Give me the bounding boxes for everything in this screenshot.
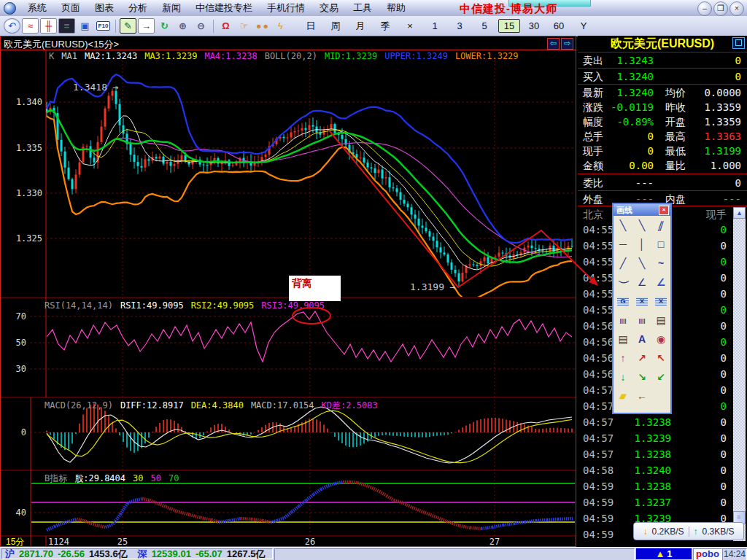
period-60[interactable]: 60	[548, 19, 570, 33]
f10-icon[interactable]: F10	[95, 18, 112, 34]
quote-board-icon[interactable]: ≡	[58, 18, 75, 34]
trend-line-icon[interactable]: ╱	[614, 254, 632, 273]
scroll-up-icon[interactable]: ▲	[733, 207, 746, 219]
menu-item-图表[interactable]: 图表	[88, 0, 121, 16]
arrow-ne-icon[interactable]: ↗	[632, 349, 651, 368]
upload-speed: 0.3KB/S	[703, 526, 735, 537]
zoom-in-icon[interactable]: ⊕	[174, 18, 191, 34]
zoom-out-icon[interactable]: ⊖	[193, 18, 209, 34]
fibonacci-retrace-icon[interactable]: X	[632, 292, 651, 311]
legend-main: KMA1MA2:1.3243MA3:1.3239MA4:1.3238BOLL(2…	[49, 51, 526, 61]
menu-item-手机行情[interactable]: 手机行情	[260, 0, 312, 16]
panel-restore-icon[interactable]	[732, 37, 745, 49]
period-月[interactable]: 月	[349, 18, 371, 34]
users-icon[interactable]: ☻☻	[254, 18, 271, 34]
vertical-grid-icon[interactable]: ||||	[614, 311, 632, 330]
close-button[interactable]: ×	[729, 1, 744, 16]
segment-line-icon[interactable]: ╲	[614, 216, 632, 235]
svg-text:30: 30	[16, 364, 26, 374]
app-window: 系统页面图表分析新闻中信建投专栏手机行情交易工具帮助 中信建投-博易大师 – ❐…	[0, 0, 747, 560]
svg-text:1.335: 1.335	[16, 143, 42, 153]
svg-text:70: 70	[16, 311, 26, 322]
period-1[interactable]: 1	[424, 19, 446, 33]
menu-item-分析[interactable]: 分析	[121, 0, 155, 16]
eraser-icon[interactable]: ■	[614, 386, 632, 405]
legend-item: RSI3:49.9095	[261, 300, 325, 311]
draw-line-icon[interactable]: ✎	[120, 18, 136, 34]
period-3[interactable]: 3	[449, 19, 471, 33]
monitor-icon[interactable]: ▣	[77, 18, 93, 34]
period-15[interactable]: 15	[498, 19, 520, 33]
empty-cell[interactable]	[651, 386, 670, 405]
arc-icon[interactable]: (	[614, 273, 632, 292]
gann-fan-icon[interactable]: ∠	[651, 273, 670, 292]
wave-line-icon[interactable]: ~	[651, 254, 670, 273]
menu-item-中信建投专栏[interactable]: 中信建投专栏	[188, 0, 260, 16]
regression-channel-icon[interactable]: ▤	[614, 330, 632, 349]
legend-item: RSI2:49.9095	[191, 300, 255, 311]
hand-pointer-icon[interactable]: ☞	[236, 18, 252, 34]
period-×[interactable]: ×	[399, 19, 421, 33]
sh-index: 2871.70	[19, 548, 53, 559]
cycle-lines-icon[interactable]: ||||	[632, 311, 651, 330]
text-tool-icon[interactable]: A	[632, 330, 651, 349]
app-logo-icon	[4, 2, 16, 15]
period-周[interactable]: 周	[325, 18, 347, 34]
svg-text:50: 50	[16, 338, 26, 348]
titlebar: 系统页面图表分析新闻中信建投专栏手机行情交易工具帮助 中信建投-博易大师 – ❐…	[0, 0, 747, 17]
parallel-lines-icon[interactable]: ∥	[649, 216, 673, 235]
alert-count: 1	[667, 548, 672, 559]
arrow-nw-icon[interactable]: ↖	[651, 349, 670, 368]
legend-item: MACD(26,12,9)	[44, 400, 113, 411]
sz-amount: 1267.5亿	[227, 548, 266, 560]
legend-item: MACD:17.0154	[251, 400, 314, 411]
period-Y[interactable]: Y	[573, 19, 595, 33]
menu-item-工具[interactable]: 工具	[346, 0, 379, 16]
svg-text:1.325: 1.325	[16, 233, 42, 244]
rectangle-icon[interactable]: □	[651, 235, 670, 254]
menu-bar: 系统页面图表分析新闻中信建投专栏手机行情交易工具帮助	[20, 0, 413, 16]
gann-grid-icon[interactable]: G	[614, 292, 632, 311]
menu-item-交易[interactable]: 交易	[312, 0, 346, 16]
period-5[interactable]: 5	[473, 19, 495, 33]
tape-scrollbar[interactable]: ▲	[733, 207, 746, 541]
quote-row-金额: 金额0.00量比1.000	[578, 158, 747, 173]
line-chart-icon[interactable]: ≈	[22, 18, 39, 34]
restore-button[interactable]: ❐	[713, 1, 728, 16]
period-30[interactable]: 30	[523, 19, 545, 33]
palette-titlebar[interactable]: 画线 ×	[614, 204, 670, 216]
palette-close-icon[interactable]: ×	[659, 206, 669, 215]
arrow-sw-icon[interactable]: ↙	[651, 368, 670, 386]
legend-item: 70	[169, 473, 179, 483]
period-季[interactable]: 季	[374, 18, 396, 34]
legend-b: B指标股:29.8404305070	[44, 472, 186, 485]
bar-scroll-icon[interactable]: →	[138, 18, 155, 34]
menu-item-新闻[interactable]: 新闻	[155, 0, 188, 16]
line-segment-icon[interactable]: ╲	[632, 254, 651, 273]
angle-icon[interactable]: ∠	[632, 273, 651, 292]
horizontal-line-icon[interactable]: ─	[614, 235, 632, 254]
lightning-icon[interactable]: ϟ	[272, 18, 289, 34]
vertical-line-icon[interactable]: │	[632, 235, 651, 254]
exit-draw-icon[interactable]: ←	[632, 386, 651, 405]
minimize-button[interactable]: –	[697, 1, 712, 16]
channel-icon[interactable]: ▤	[651, 311, 670, 330]
arrow-se-icon[interactable]: ↘	[632, 368, 651, 386]
cycle-circle-icon[interactable]: ◉	[651, 330, 670, 349]
quote-row-卖出: 卖出1.32430	[578, 53, 747, 68]
menu-item-页面[interactable]: 页面	[54, 0, 88, 16]
tape-row: 04:571.32380	[578, 446, 747, 462]
alert-badge[interactable]: ▲ 1	[636, 548, 692, 559]
menu-item-系统[interactable]: 系统	[20, 0, 54, 16]
fibonacci-extension-icon[interactable]: X	[651, 292, 670, 311]
period-日[interactable]: 日	[300, 18, 322, 34]
menu-item-帮助[interactable]: 帮助	[379, 0, 413, 16]
refresh-icon[interactable]: ↻	[156, 18, 173, 34]
candlestick-icon[interactable]: ╫	[40, 18, 57, 34]
alarm-bell-icon[interactable]: Ω	[217, 18, 234, 34]
back-icon[interactable]: ↶	[4, 18, 20, 34]
sz-label: 深	[138, 548, 147, 560]
arrow-down-icon[interactable]: ↓	[614, 368, 632, 386]
tape-row: 04:571.32390	[578, 430, 747, 446]
arrow-up-icon[interactable]: ↑	[614, 349, 632, 368]
